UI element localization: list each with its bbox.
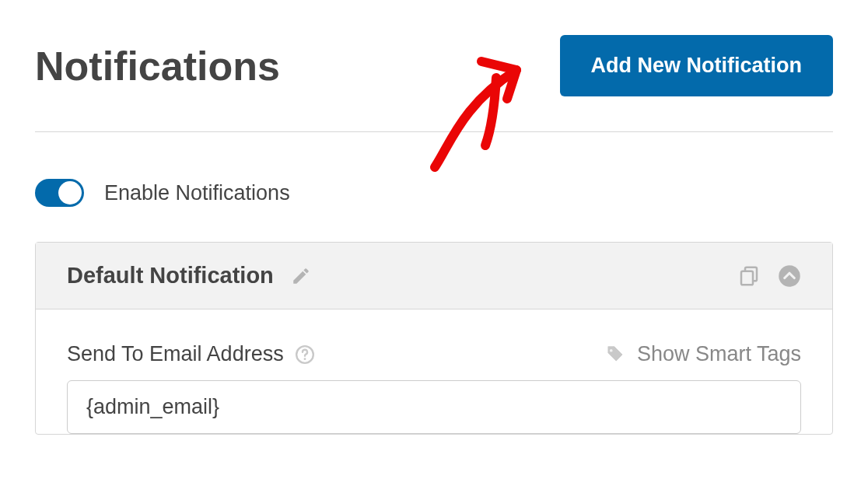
tag-icon — [604, 344, 626, 365]
enable-notifications-toggle[interactable] — [35, 179, 84, 207]
show-smart-tags-link[interactable]: Show Smart Tags — [604, 342, 801, 366]
notification-title: Default Notification — [67, 263, 274, 288]
svg-point-4 — [303, 358, 306, 360]
notification-card: Default Notification — [35, 242, 833, 435]
send-to-label: Send To Email Address — [67, 342, 284, 366]
add-new-notification-button[interactable]: Add New Notification — [560, 35, 834, 96]
svg-rect-1 — [741, 271, 753, 285]
section-divider — [35, 131, 833, 132]
svg-point-5 — [610, 348, 613, 351]
toggle-knob — [58, 181, 82, 205]
send-to-email-input[interactable] — [67, 380, 801, 434]
edit-icon[interactable] — [291, 266, 311, 286]
page-title: Notifications — [35, 43, 280, 89]
notification-card-body: Send To Email Address — [36, 309, 832, 434]
help-icon[interactable] — [295, 344, 315, 365]
notification-card-header: Default Notification — [36, 243, 832, 309]
svg-point-2 — [779, 265, 800, 287]
show-smart-tags-label: Show Smart Tags — [637, 342, 801, 366]
duplicate-icon[interactable] — [737, 264, 761, 288]
collapse-icon[interactable] — [778, 264, 801, 288]
enable-notifications-label: Enable Notifications — [104, 181, 290, 205]
